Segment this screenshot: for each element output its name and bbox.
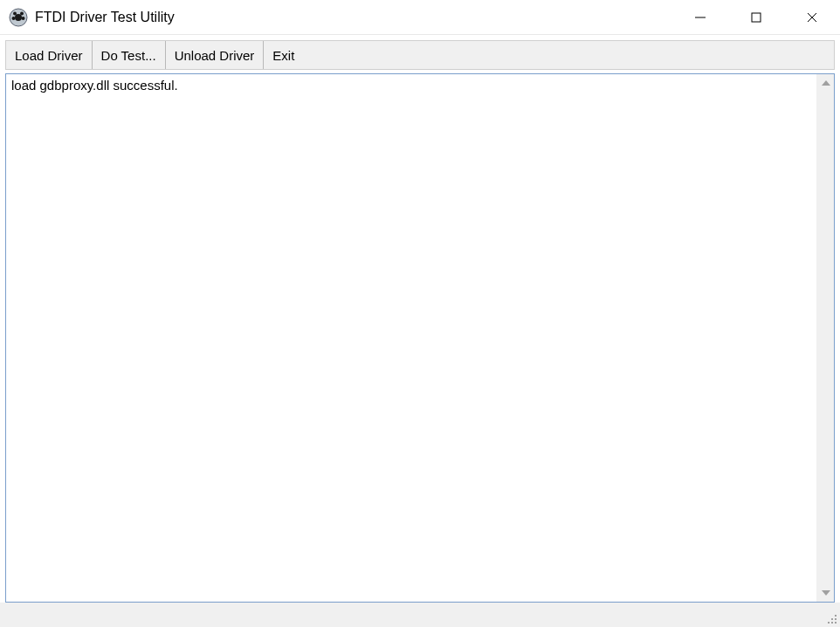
chevron-up-icon [822,80,830,86]
svg-point-3 [20,11,24,15]
do-test-button[interactable]: Do Test... [93,41,166,69]
maximize-button[interactable] [728,0,784,34]
load-driver-button[interactable]: Load Driver [6,41,93,69]
svg-rect-11 [831,618,833,620]
resize-grip-icon [824,611,838,625]
close-button[interactable] [784,0,840,34]
vertical-scrollbar[interactable] [816,74,834,602]
chevron-down-icon [822,590,830,596]
resize-grip[interactable] [824,611,838,625]
content-area: load gdbproxy.dll successful. [5,73,835,603]
title-bar: FTDI Driver Test Utility [0,0,840,35]
close-icon [806,11,818,24]
svg-point-4 [12,17,16,20]
app-icon [9,8,28,27]
maximize-icon [750,11,762,24]
svg-rect-13 [828,622,830,624]
svg-rect-7 [752,13,761,22]
toolbar: Load Driver Do Test... Unload Driver Exi… [5,40,835,70]
svg-point-5 [22,17,25,20]
svg-point-2 [13,11,17,15]
minimize-icon [694,11,706,24]
scroll-down-button[interactable] [817,584,834,602]
svg-rect-12 [835,618,837,620]
svg-rect-10 [835,615,837,617]
minimize-button[interactable] [672,0,728,34]
exit-button[interactable]: Exit [264,41,303,69]
svg-rect-15 [835,622,837,624]
window-controls [672,0,840,34]
svg-point-1 [15,14,22,21]
scroll-up-button[interactable] [817,74,834,92]
svg-rect-14 [831,622,833,624]
status-bar [0,603,840,627]
output-text[interactable]: load gdbproxy.dll successful. [6,74,816,602]
window-title: FTDI Driver Test Utility [35,10,175,25]
unload-driver-button[interactable]: Unload Driver [166,41,265,69]
